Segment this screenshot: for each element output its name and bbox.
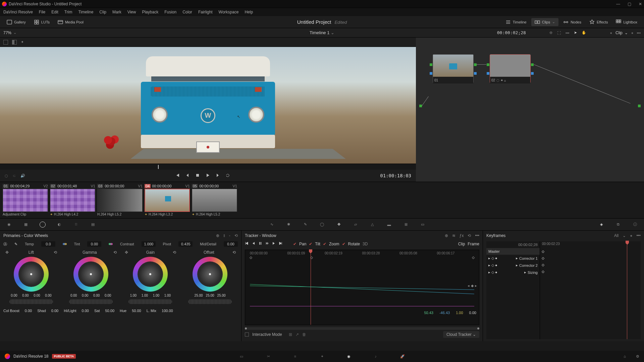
magic-mask-icon[interactable]: ▱ xyxy=(352,221,359,228)
set-point-icon[interactable]: ↗ xyxy=(296,332,299,337)
3d-icon[interactable]: ▭ xyxy=(419,221,426,228)
primaries-reset-icon[interactable]: ⟲ xyxy=(234,233,238,238)
project-settings-icon[interactable]: ⚙ xyxy=(636,354,639,359)
tint-value[interactable]: 0.00 xyxy=(87,241,101,247)
tracker-icon[interactable]: ✥ xyxy=(335,221,342,228)
tracker-stabilize-icon[interactable]: ≋ xyxy=(452,233,455,238)
menu-color[interactable]: Color xyxy=(182,10,192,14)
track-stop-button[interactable] xyxy=(258,241,262,246)
pivot-value[interactable]: 0.435 xyxy=(178,241,193,247)
clip-02[interactable]: 0200:03:01;48V1 ✦H.264 High L4.2 xyxy=(50,184,95,216)
picker-icon[interactable]: ✎ xyxy=(14,242,17,246)
node-editor[interactable]: 01 02 ◌ ✦ ▵ xyxy=(416,38,644,182)
clip-mode-dropdown[interactable]: Clip ⌄ xyxy=(615,31,628,35)
color-match-icon[interactable]: ▦ xyxy=(22,221,30,228)
track-fwd-button[interactable] xyxy=(272,241,276,246)
kf-row-sizing[interactable]: ▸ ◇ ●▸Sizing xyxy=(486,269,540,276)
zoom-checkbox[interactable]: ✔ xyxy=(323,242,326,246)
lift-jog[interactable] xyxy=(9,299,53,304)
frame-mode-button[interactable]: Frame xyxy=(468,242,479,246)
hilight-value[interactable]: 0.00 xyxy=(82,309,89,313)
key-icon[interactable]: ▬ xyxy=(385,221,393,228)
node-02[interactable]: 02 ◌ ✦ ▵ xyxy=(490,54,531,83)
rgb-mixer-icon[interactable]: ⁝⁝ xyxy=(72,221,80,228)
contrast-value[interactable]: 1.000 xyxy=(142,241,156,247)
viewer-timecode[interactable]: 00:00:02;28 xyxy=(497,30,526,35)
prev-frame-button[interactable] xyxy=(185,173,190,178)
offset-wheel[interactable] xyxy=(193,257,227,292)
next-frame-button[interactable] xyxy=(215,173,220,178)
pointer-icon[interactable]: ➤ xyxy=(574,31,577,35)
kf-timeline[interactable]: 00:00:02:23 xyxy=(540,241,641,339)
lmix-value[interactable]: 100.00 xyxy=(162,309,173,313)
power-window-overlay[interactable] xyxy=(196,141,220,153)
close-button[interactable]: ✕ xyxy=(639,2,642,6)
menu-trim[interactable]: Trim xyxy=(64,10,72,14)
menu-file[interactable]: File xyxy=(39,10,45,14)
tracker-target-icon[interactable]: ⊕ xyxy=(445,233,448,238)
info-icon[interactable]: ⓘ xyxy=(631,221,639,228)
split-screen-icon[interactable] xyxy=(12,40,17,45)
hdr-icon[interactable]: ◐ xyxy=(56,221,63,228)
temp-value[interactable]: 0.0 xyxy=(41,241,55,247)
luts-button[interactable]: LUTs xyxy=(31,18,53,26)
menu-help[interactable]: Help xyxy=(245,10,253,14)
qualifier-icon[interactable]: ✎ xyxy=(302,221,309,228)
cloud-tracker-dropdown[interactable]: Cloud Tracker ⌄ xyxy=(443,331,479,338)
node-input-port[interactable] xyxy=(419,105,422,107)
offset-jog[interactable] xyxy=(188,299,232,304)
window-icon[interactable]: ◯ xyxy=(318,221,326,228)
expand-icon[interactable]: ⛶ xyxy=(557,31,561,35)
interactive-checkbox[interactable] xyxy=(245,333,249,337)
middetail-value[interactable]: 0.00 xyxy=(224,241,238,247)
primaries-icon[interactable] xyxy=(39,221,46,228)
tilt-checkbox[interactable]: ✔ xyxy=(309,242,312,246)
track-fwd-step-button[interactable] xyxy=(265,241,269,246)
delete-point-icon[interactable]: 🗑 xyxy=(302,332,306,337)
gamma-reset-icon[interactable]: ⟲ xyxy=(113,250,117,255)
stop-button[interactable] xyxy=(195,173,200,178)
loop-button[interactable] xyxy=(225,173,230,178)
home-icon[interactable]: ⌂ xyxy=(624,354,626,358)
tracker-reset-icon[interactable]: ⟲ xyxy=(468,233,471,238)
primaries-bars-icon[interactable]: ⦀ xyxy=(223,233,225,238)
image-wipe-icon[interactable] xyxy=(3,40,8,45)
lift-reset-icon[interactable]: ⟲ xyxy=(54,250,57,255)
effects-button[interactable]: Effects xyxy=(586,18,611,26)
blur-icon[interactable]: △ xyxy=(369,221,376,228)
media-page-button[interactable]: ▭ xyxy=(238,353,245,360)
kf-row-corrector2[interactable]: ▸ ◇ ●▸Corrector 2 xyxy=(486,262,540,269)
track-rev-one-button[interactable] xyxy=(245,241,249,246)
zoom-dropdown[interactable]: 77% xyxy=(3,31,11,35)
deliver-page-button[interactable]: 🚀 xyxy=(399,353,406,360)
menu-edit[interactable]: Edit xyxy=(51,10,58,14)
maximize-button[interactable]: ▢ xyxy=(628,2,631,6)
fairlight-page-button[interactable]: ♪ xyxy=(372,353,379,360)
node-01[interactable]: 01 xyxy=(433,54,474,83)
track-rev-button[interactable] xyxy=(252,241,256,246)
kf-options-icon[interactable]: ••• xyxy=(636,233,641,238)
scopes-icon[interactable]: ⧉ xyxy=(614,221,622,228)
sat-value[interactable]: 50.00 xyxy=(105,309,114,313)
lift-wheel[interactable] xyxy=(14,257,49,292)
primaries-log-icon[interactable]: ◦ xyxy=(229,233,230,238)
colboost-value[interactable]: 0.00 xyxy=(25,309,32,313)
shad-value[interactable]: 0.00 xyxy=(51,309,58,313)
menu-workspace[interactable]: Workspace xyxy=(219,10,239,14)
kf-row-corrector1[interactable]: ▸ ◇ ●▸Corrector 1 xyxy=(486,255,540,262)
loop-range-icon[interactable]: ⊂ xyxy=(13,174,16,178)
gain-wheel[interactable] xyxy=(133,257,168,292)
curves-icon[interactable]: ∿ xyxy=(268,221,275,228)
menu-app[interactable]: DaVinci Resolve xyxy=(3,10,33,14)
fusion-page-button[interactable]: ✦ xyxy=(319,353,325,360)
clip-mode-button[interactable]: Clip xyxy=(458,242,465,246)
motion-effects-icon[interactable]: ▤ xyxy=(89,221,97,228)
clip-01[interactable]: 0100:00:04;29V2 Adjustment Clip xyxy=(3,184,48,216)
menu-clip[interactable]: Clip xyxy=(99,10,106,14)
primaries-picker-icon[interactable]: ⊕ xyxy=(216,233,219,238)
zoom-out-icon[interactable]: ◂ xyxy=(468,284,470,288)
hue-value[interactable]: 50.00 xyxy=(132,309,141,313)
mute-icon[interactable]: 🔊 xyxy=(20,174,25,178)
color-page-button[interactable]: ◉ xyxy=(345,353,352,360)
node-output-port[interactable] xyxy=(638,105,641,107)
